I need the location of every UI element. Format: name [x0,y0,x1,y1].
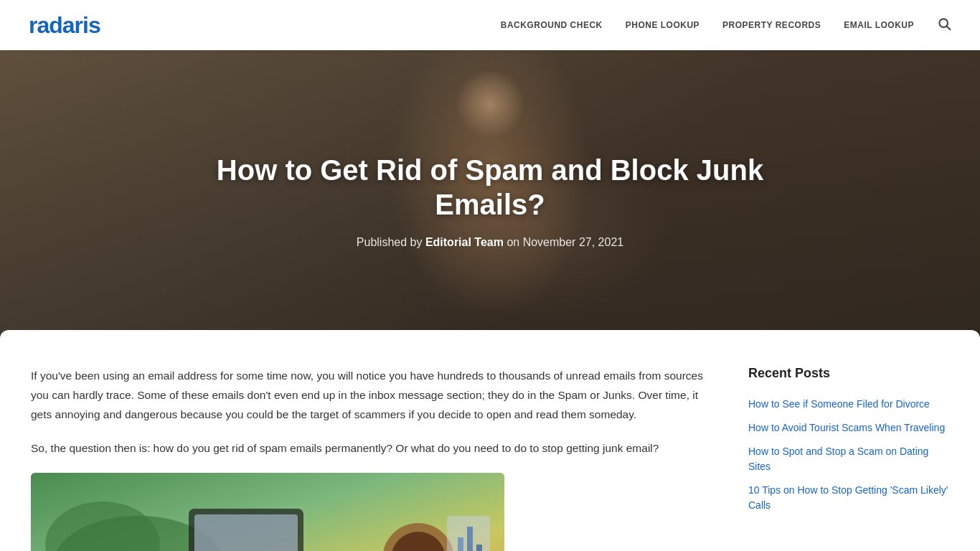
svg-rect-10 [458,537,463,552]
svg-rect-6 [194,514,298,552]
article-meta: Published by Editorial Team on November … [196,236,784,249]
hero-content: How to Get Rid of Spam and Block Junk Em… [167,153,813,249]
article-image-inner [31,473,504,552]
article-paragraph-2: So, the question then is: how do you get… [31,438,705,458]
content-layout: If you've been using an email address fo… [31,366,949,551]
recent-posts-list: How to See if Someone Filed for Divorce … [748,394,949,516]
svg-rect-11 [467,527,473,552]
list-item: How to Spot and Stop a Scam on Dating Si… [748,441,949,477]
recent-post-link-4[interactable]: 10 Tips on How to Stop Getting 'Scam Lik… [748,480,949,516]
site-logo[interactable]: radaris [29,12,100,39]
page-body: If you've been using an email address fo… [0,330,980,551]
article-paragraph-1: If you've been using an email address fo… [31,366,705,424]
list-item: How to Avoid Tourist Scams When Travelin… [748,418,949,438]
recent-post-link-3[interactable]: How to Spot and Stop a Scam on Dating Si… [748,441,949,477]
nav-phone-lookup[interactable]: PHONE LOOKUP [626,20,699,30]
meta-prefix: Published by [357,236,425,248]
article-image [31,473,504,552]
nav-background-check[interactable]: BACKGROUND CHECK [501,20,603,30]
recent-post-link-1[interactable]: How to See if Someone Filed for Divorce [748,394,949,415]
meta-suffix: on November 27, 2021 [504,236,623,248]
svg-rect-12 [476,545,482,552]
list-item: How to See if Someone Filed for Divorce [748,394,949,415]
article-title: How to Get Rid of Spam and Block Junk Em… [196,153,784,222]
svg-line-1 [947,26,951,29]
recent-posts-title: Recent Posts [748,366,949,381]
nav-email-lookup[interactable]: EMAIL LOOKUP [844,20,914,30]
list-item: 10 Tips on How to Stop Getting 'Scam Lik… [748,480,949,516]
main-nav: BACKGROUND CHECK PHONE LOOKUP PROPERTY R… [501,17,951,34]
nav-property-records[interactable]: PROPERTY RECORDS [722,20,821,30]
article-image-svg [31,473,504,552]
search-icon[interactable] [937,17,951,34]
hero-section: How to Get Rid of Spam and Block Junk Em… [0,50,980,352]
meta-author: Editorial Team [425,236,504,248]
recent-post-link-2[interactable]: How to Avoid Tourist Scams When Travelin… [748,418,949,438]
site-header: radaris BACKGROUND CHECK PHONE LOOKUP PR… [0,0,980,50]
main-article: If you've been using an email address fo… [31,366,705,551]
sidebar: Recent Posts How to See if Someone Filed… [748,366,949,551]
